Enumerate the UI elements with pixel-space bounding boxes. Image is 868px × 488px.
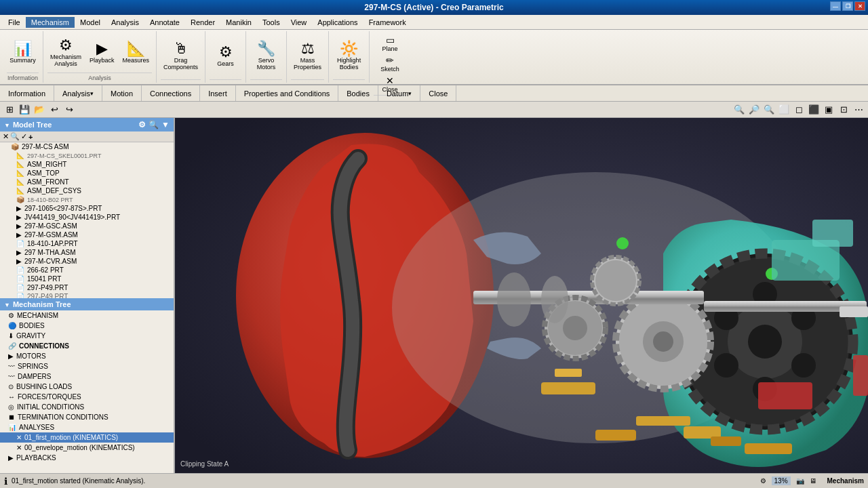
mech-item-mechanism[interactable]: ⚙MECHANISM xyxy=(0,310,174,321)
menu-tools[interactable]: Tools xyxy=(257,17,285,28)
qb-btn-undo[interactable]: ↩ xyxy=(47,103,61,117)
menu-view[interactable]: View xyxy=(285,17,313,28)
viewport[interactable]: Clipping State A ↗ xyxy=(175,118,868,473)
ribbon-btn-playback[interactable]: ▶ Playback xyxy=(87,40,117,65)
sec-btn-properties-conditions[interactable]: Properties and Conditions xyxy=(236,85,339,101)
model-tree-btn-more[interactable]: ▼ xyxy=(161,120,170,129)
tree-item-root[interactable]: 📦297-M-CS ASM xyxy=(0,142,174,151)
tree-item-tha[interactable]: ▶297 M-THA.ASM xyxy=(0,248,174,257)
ribbon-btn-highlight-bodies[interactable]: 🔆 HighlightBodies xyxy=(334,40,363,72)
tree-item-cvr[interactable]: ▶297-M-CVR.ASM xyxy=(0,257,174,266)
sec-btn-information[interactable]: Information xyxy=(0,85,54,101)
mech-item-springs[interactable]: 〰SPRINGS xyxy=(0,361,174,371)
tree-item-297p49b[interactable]: 📄297-P49 PRT xyxy=(0,292,174,298)
model-tree-content: 📦297-M-CS ASM 📐297-M-CS_SKEL0001.PRT 📐AS… xyxy=(0,142,174,298)
ribbon-btn-mechanism-analysis[interactable]: ⚙ MechanismAnalysis xyxy=(47,37,84,68)
tree-item-297p49[interactable]: 📄297-P49.PRT xyxy=(0,283,174,292)
ribbon-btn-drag-components[interactable]: 🖱 DragComponents xyxy=(161,40,201,72)
minimize-button[interactable]: — xyxy=(830,1,841,11)
tree-item-asm-right[interactable]: 📐ASM_RIGHT xyxy=(0,160,174,169)
sec-btn-bodies[interactable]: Bodies xyxy=(338,85,378,101)
mech-item-bodies[interactable]: 🔵BODIES xyxy=(0,321,174,331)
svg-rect-23 xyxy=(555,369,582,377)
tree-item-asm-def-csys[interactable]: 📐ASM_DEF_CSYS xyxy=(0,186,174,195)
qb-btn-view5[interactable]: ⊡ xyxy=(837,103,850,117)
tree-item-1ap[interactable]: 📄18-410-1AP.PRT xyxy=(0,239,174,248)
menu-framework[interactable]: Framework xyxy=(363,17,412,28)
tree-item-1065[interactable]: ▶297-1065<297-87S>.PRT xyxy=(0,204,174,213)
ribbon-group-gears: ⚙ Gears xyxy=(205,31,246,83)
qb-btn-save[interactable]: 💾 xyxy=(18,103,31,117)
sec-btn-close[interactable]: Close xyxy=(420,85,456,101)
mech-item-playbacks[interactable]: ▶PLAYBACKS xyxy=(0,453,174,463)
mech-item-connections[interactable]: 🔗CONNECTIONS xyxy=(0,341,174,351)
sec-btn-connections[interactable]: Connections xyxy=(142,85,200,101)
menu-manikin[interactable]: Manikin xyxy=(220,17,257,28)
mech-item-gravity[interactable]: ⬇GRAVITY xyxy=(0,331,174,341)
window-title: 297-M-CS (Active) - Creo Parametric xyxy=(364,3,503,12)
ribbon-btn-gears[interactable]: ⚙ Gears xyxy=(212,43,239,68)
tree-item-gsc[interactable]: ▶297-M-GSC.ASM xyxy=(0,222,174,230)
qb-btn-zoom-fit[interactable]: 🔍 xyxy=(732,103,746,117)
mech-item-termination[interactable]: ⏹TERMINATION CONDITIONS xyxy=(0,412,174,422)
qb-btn-redo[interactable]: ↪ xyxy=(62,103,76,117)
tree-item-asm-top[interactable]: 📐ASM_TOP xyxy=(0,169,174,178)
sec-btn-datum[interactable]: Datum xyxy=(378,85,420,101)
qb-btn-view4[interactable]: ▣ xyxy=(822,103,835,117)
close-button[interactable]: ✕ xyxy=(854,1,865,11)
status-icon-screen[interactable]: 🖥 xyxy=(810,477,816,485)
ribbon-btn-mass-properties[interactable]: ⚖ MassProperties xyxy=(291,40,324,72)
menu-model[interactable]: Model xyxy=(75,17,106,28)
ribbon-btn-plane[interactable]: ▭ Plane xyxy=(380,34,400,53)
tree-item-266[interactable]: 📄266-62 PRT xyxy=(0,266,174,274)
status-icon-settings[interactable]: ⚙ xyxy=(760,477,766,485)
qb-btn-zoom-out[interactable]: 🔍 xyxy=(762,103,776,117)
tree-item-asm-front[interactable]: 📐ASM_FRONT xyxy=(0,178,174,186)
mech-item-dampers[interactable]: 〰DAMPERS xyxy=(0,371,174,382)
svg-point-36 xyxy=(616,237,629,249)
mech-item-first-motion[interactable]: ✕01_first_motion (KINEMATICS) xyxy=(0,432,174,443)
status-icon-camera[interactable]: 📷 xyxy=(796,477,804,485)
qb-btn-view2[interactable]: ◻ xyxy=(792,103,806,117)
tree-filter-btn[interactable]: 🔍 xyxy=(10,132,20,141)
menu-file[interactable]: File xyxy=(3,17,26,28)
sec-btn-analysis[interactable]: Analysis xyxy=(54,85,102,101)
tree-close-btn[interactable]: ✕ xyxy=(3,132,9,141)
tree-item-skel[interactable]: 📐297-M-CS_SKEL0001.PRT xyxy=(0,151,174,160)
tree-item-b02[interactable]: 📦18-410-B02 PRT xyxy=(0,195,174,204)
qb-btn-grid[interactable]: ⊞ xyxy=(3,103,16,117)
menu-analysis[interactable]: Analysis xyxy=(106,17,144,28)
tree-item-jv[interactable]: ▶JV441419_90<JV441419>.PRT xyxy=(0,213,174,222)
qb-btn-zoom-in[interactable]: 🔎 xyxy=(747,103,761,117)
model-tree-header[interactable]: ▼Model Tree ⚙ 🔍 ▼ xyxy=(0,118,174,131)
model-tree-btn-search[interactable]: 🔍 xyxy=(149,120,159,129)
tree-check-btn[interactable]: ✓ xyxy=(21,132,27,141)
mech-item-forces-torques[interactable]: ↔FORCES/TORQUES xyxy=(0,392,174,402)
menu-render[interactable]: Render xyxy=(185,17,220,28)
model-tree-btn-settings[interactable]: ⚙ xyxy=(138,120,146,129)
tree-add-btn[interactable]: + xyxy=(28,133,33,141)
mech-item-analyses[interactable]: 📊ANALYSES xyxy=(0,422,174,432)
mechanism-tree-header[interactable]: ▼Mechanism Tree xyxy=(0,298,174,310)
restore-button[interactable]: ❐ xyxy=(842,1,853,11)
ribbon-btn-sketch[interactable]: ✏ Sketch xyxy=(378,54,401,73)
ribbon-btn-measures[interactable]: 📐 Measures xyxy=(120,40,153,65)
mech-item-motors[interactable]: ▶MOTORS xyxy=(0,351,174,361)
tree-item-gsm[interactable]: ▶297-M-GSM.ASM xyxy=(0,230,174,239)
menu-applications[interactable]: Applications xyxy=(312,17,363,28)
qb-btn-view1[interactable]: ⬜ xyxy=(777,103,791,117)
svg-rect-40 xyxy=(758,382,812,409)
ribbon-btn-servo-motors[interactable]: 🔧 ServoMotors xyxy=(253,40,280,72)
menu-annotate[interactable]: Annotate xyxy=(144,17,185,28)
qb-btn-view3[interactable]: ⬛ xyxy=(807,103,821,117)
tree-item-15041[interactable]: 📄15041 PRT xyxy=(0,274,174,283)
qb-btn-view6[interactable]: ⋯ xyxy=(852,103,865,117)
mech-item-bushing-loads[interactable]: ⊙BUSHING LOADS xyxy=(0,382,174,392)
mech-item-envelope-motion[interactable]: ✕00_envelope_motion (KINEMATICS) xyxy=(0,443,174,453)
menu-mechanism[interactable]: Mechanism xyxy=(26,17,75,28)
sec-btn-motion[interactable]: Motion xyxy=(102,85,142,101)
sec-btn-insert[interactable]: Insert xyxy=(200,85,236,101)
ribbon-btn-summary[interactable]: 📊 Summary xyxy=(7,40,39,65)
qb-btn-open[interactable]: 📂 xyxy=(33,103,46,117)
mech-item-initial-conditions[interactable]: ◎INITIAL CONDITIONS xyxy=(0,402,174,412)
